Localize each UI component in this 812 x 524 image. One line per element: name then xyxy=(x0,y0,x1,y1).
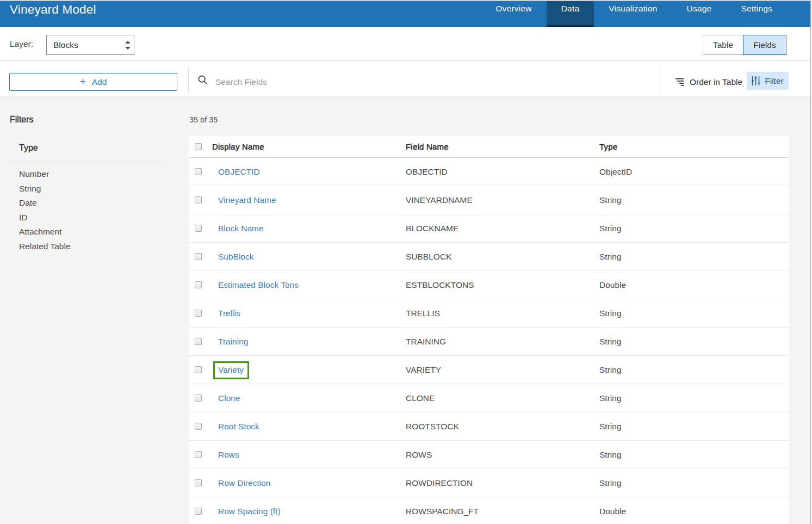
display-name-cell: Trellis xyxy=(218,309,406,318)
display-name-highlight: Row Spacing (ft) xyxy=(218,507,281,516)
row-checkbox-cell xyxy=(189,508,218,515)
select-all-checkbox[interactable] xyxy=(195,143,202,150)
field-name-cell: TRELLIS xyxy=(406,309,599,318)
filter-button[interactable]: Filter xyxy=(747,72,789,90)
display-name-link[interactable]: Training xyxy=(218,337,248,346)
row-checkbox[interactable] xyxy=(195,225,202,232)
display-name-highlight: Vineyard Name xyxy=(218,195,276,205)
field-name-cell: ROWDIRECTION xyxy=(406,478,599,488)
fields-table-header: Display Name Field Name Type xyxy=(189,135,789,158)
display-name-highlight: OBJECTID xyxy=(218,167,260,177)
display-name-cell: Root Stock xyxy=(218,422,406,431)
row-checkbox-cell xyxy=(189,253,218,260)
display-name-link[interactable]: Root Stock xyxy=(218,422,259,431)
field-name-cell: CLONE xyxy=(406,393,599,403)
display-name-highlight: Estimated Block Tons xyxy=(218,280,299,290)
display-name-link[interactable]: Row Spacing (ft) xyxy=(218,507,281,516)
header-tab[interactable]: Usage xyxy=(672,1,727,27)
display-name-link[interactable]: OBJECTID xyxy=(218,167,260,176)
layer-bar: Layer: Blocks Table Fields xyxy=(0,27,810,61)
column-header-field-name: Field Name xyxy=(406,142,599,151)
add-field-button[interactable]: + Add xyxy=(9,73,177,91)
data-content: Filters Type Number String Date ID Attac… xyxy=(0,96,810,524)
field-row: Row Spacing (ft) ROWSPACING_FT Double xyxy=(189,497,789,524)
field-row: Vineyard Name VINEYARDNAME String xyxy=(189,186,789,214)
type-cell: Double xyxy=(599,280,789,290)
display-name-link[interactable]: Clone xyxy=(218,393,240,403)
row-checkbox[interactable] xyxy=(195,423,202,430)
row-checkbox[interactable] xyxy=(195,281,202,288)
row-checkbox[interactable] xyxy=(195,479,202,486)
header-tab[interactable]: Visualization xyxy=(594,1,672,27)
search-icon xyxy=(197,75,208,85)
row-checkbox[interactable] xyxy=(195,310,202,317)
row-checkbox-cell xyxy=(189,281,218,288)
filter-option[interactable]: Number xyxy=(19,169,71,184)
row-checkbox[interactable] xyxy=(195,253,202,260)
field-name-cell: VINEYARDNAME xyxy=(406,195,599,205)
display-name-link[interactable]: Trellis xyxy=(218,309,240,318)
type-cell: ObjectID xyxy=(599,167,789,177)
filter-option[interactable]: ID xyxy=(19,213,71,227)
column-header-type: Type xyxy=(599,142,789,151)
field-name-cell: BLOCKNAME xyxy=(406,224,599,233)
display-name-cell: Block Name xyxy=(218,224,406,233)
header-checkbox-cell xyxy=(189,143,212,150)
display-name-link[interactable]: Estimated Block Tons xyxy=(218,280,299,289)
display-name-cell: Vineyard Name xyxy=(218,195,406,205)
item-header: Vineyard Model Overview Data Visualizati… xyxy=(0,1,810,27)
display-name-highlight: Rows xyxy=(218,450,239,460)
display-name-cell: SubBlock xyxy=(218,252,406,262)
display-name-link[interactable]: Variety xyxy=(218,365,244,374)
display-name-cell: Clone xyxy=(218,393,406,403)
fields-table-body: OBJECTID OBJECTID ObjectID Vineyard Name xyxy=(189,158,789,524)
view-toggle-button[interactable]: Fields xyxy=(743,35,786,55)
field-row: Rows ROWS String xyxy=(189,441,789,469)
header-tab[interactable]: Data xyxy=(547,1,594,27)
type-cell: String xyxy=(599,450,789,460)
display-name-link[interactable]: Rows xyxy=(218,450,239,459)
display-name-highlight: Training xyxy=(218,337,248,347)
layer-label: Layer: xyxy=(10,39,33,49)
row-checkbox-cell xyxy=(189,225,218,232)
search-fields-input[interactable] xyxy=(215,73,596,91)
row-checkbox-cell xyxy=(189,168,218,175)
display-name-link[interactable]: Vineyard Name xyxy=(218,195,276,205)
layer-select-value: Blocks xyxy=(53,40,78,50)
row-checkbox-cell xyxy=(189,423,218,430)
field-row: Root Stock ROOTSTOCK String xyxy=(189,412,789,441)
filter-option[interactable]: Related Table xyxy=(19,242,71,256)
filter-option[interactable]: Date xyxy=(19,198,71,213)
field-row: Trellis TRELLIS String xyxy=(189,299,789,328)
display-name-link[interactable]: Row Direction xyxy=(218,478,270,488)
row-checkbox[interactable] xyxy=(195,508,202,515)
row-checkbox[interactable] xyxy=(195,196,202,204)
toolbar-divider xyxy=(188,68,189,93)
filter-option[interactable]: Attachment xyxy=(19,227,71,242)
row-checkbox[interactable] xyxy=(195,394,202,402)
header-tab[interactable]: Settings xyxy=(726,1,787,27)
display-name-cell: Row Direction xyxy=(218,478,406,488)
field-row: OBJECTID OBJECTID ObjectID xyxy=(189,158,789,186)
display-name-highlight: Clone xyxy=(218,393,240,403)
order-in-table-button[interactable]: Order in Table xyxy=(675,73,742,91)
row-checkbox[interactable] xyxy=(195,338,202,345)
field-row: Training TRAINING String xyxy=(189,328,789,356)
row-checkbox-cell xyxy=(189,451,218,458)
layer-select[interactable]: Blocks xyxy=(46,35,134,55)
order-in-table-label: Order in Table xyxy=(690,77,742,87)
view-toggle-button[interactable]: Table xyxy=(703,35,743,55)
display-name-highlight: Trellis xyxy=(218,309,240,318)
display-name-link[interactable]: Block Name xyxy=(218,224,264,233)
header-tab[interactable]: Overview xyxy=(481,1,546,27)
row-checkbox[interactable] xyxy=(195,168,202,175)
row-checkbox[interactable] xyxy=(195,451,202,458)
field-row: Clone CLONE String xyxy=(189,384,789,412)
item-tab-bar: Overview Data Visualization Usage Settin… xyxy=(481,1,787,27)
row-checkbox[interactable] xyxy=(195,366,202,373)
display-name-link[interactable]: SubBlock xyxy=(218,252,253,261)
type-cell: String xyxy=(599,422,789,431)
field-row: Row Direction ROWDIRECTION String xyxy=(189,469,789,497)
row-checkbox-cell xyxy=(189,479,218,486)
filter-option[interactable]: String xyxy=(19,184,71,199)
